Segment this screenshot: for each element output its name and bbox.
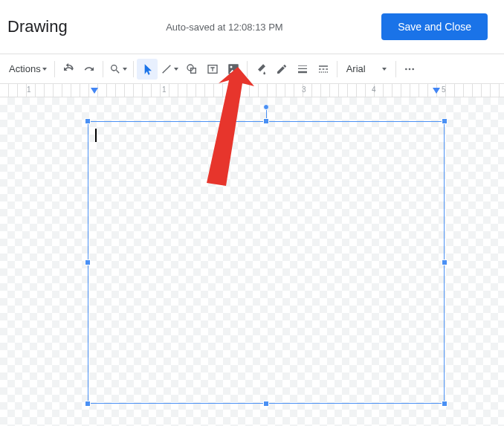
image-icon: [227, 62, 240, 76]
svg-point-7: [412, 68, 414, 70]
select-icon: [141, 63, 153, 75]
chevron-down-icon: [382, 68, 387, 71]
fill-color-button[interactable]: [251, 59, 271, 80]
rotate-handle[interactable]: [263, 104, 269, 110]
ruler-mark: 1: [162, 85, 167, 94]
separator: [337, 61, 337, 77]
font-label: Arial: [346, 63, 366, 74]
separator: [54, 61, 55, 77]
ruler-mark: 2: [232, 85, 236, 94]
border-color-button[interactable]: [271, 59, 292, 80]
svg-point-6: [408, 68, 410, 70]
resize-handle-bottom-right[interactable]: [442, 401, 448, 407]
left-indent-marker[interactable]: [91, 88, 98, 94]
image-tool-button[interactable]: [223, 59, 244, 80]
separator: [395, 61, 396, 77]
ruler-mark: 4: [372, 85, 376, 94]
dialog-title: Drawing: [7, 17, 68, 36]
actions-dropdown[interactable]: Actions: [4, 59, 51, 80]
text-box-shape[interactable]: [88, 121, 445, 404]
border-weight-icon: [297, 63, 308, 75]
text-caret: [95, 129, 97, 142]
more-icon: [404, 63, 416, 75]
autosave-status: Auto-saved at 12:08:13 PM: [68, 22, 381, 33]
ruler-mark: 1: [27, 85, 31, 94]
dialog-header: Drawing Auto-saved at 12:08:13 PM Save a…: [0, 0, 504, 54]
rotate-connector: [266, 109, 267, 119]
chevron-down-icon: [174, 68, 178, 71]
zoom-icon: [109, 63, 121, 75]
actions-label: Actions: [9, 63, 41, 74]
save-and-close-button[interactable]: Save and Close: [381, 13, 488, 40]
border-weight-button[interactable]: [292, 59, 313, 80]
textbox-icon: [207, 63, 219, 75]
textbox-tool-button[interactable]: [202, 59, 223, 80]
ruler-mark: 5: [442, 85, 446, 94]
svg-point-5: [405, 68, 407, 70]
ruler-ticks: [0, 84, 504, 97]
chevron-down-icon: [42, 68, 47, 71]
shape-tool-button[interactable]: [181, 59, 202, 80]
line-tool-dropdown[interactable]: [158, 59, 181, 80]
ruler-mark: 3: [302, 85, 306, 94]
border-dash-icon: [317, 63, 329, 75]
horizontal-ruler: 1 1 2 3 4 5: [0, 84, 504, 97]
line-icon: [161, 63, 172, 75]
resize-handle-top-left[interactable]: [85, 118, 91, 124]
fill-color-icon: [255, 63, 267, 75]
border-color-icon: [276, 63, 288, 75]
resize-handle-middle-left[interactable]: [85, 259, 91, 265]
shape-icon: [186, 63, 198, 75]
separator: [247, 61, 248, 77]
svg-point-4: [230, 65, 232, 68]
separator: [133, 61, 134, 77]
resize-handle-top-right[interactable]: [442, 118, 448, 124]
resize-handle-top-middle[interactable]: [263, 118, 269, 124]
more-options-button[interactable]: [399, 59, 420, 80]
redo-icon: [83, 63, 95, 75]
undo-button[interactable]: [58, 59, 79, 80]
resize-handle-bottom-left[interactable]: [85, 401, 91, 407]
select-tool-button[interactable]: [137, 59, 158, 80]
separator: [103, 61, 103, 77]
chevron-down-icon: [123, 68, 127, 71]
redo-button[interactable]: [79, 59, 100, 80]
resize-handle-middle-right[interactable]: [442, 259, 448, 265]
undo-icon: [62, 63, 74, 75]
drawing-canvas[interactable]: [0, 97, 504, 426]
right-indent-marker[interactable]: [433, 88, 440, 94]
resize-handle-bottom-middle[interactable]: [263, 401, 269, 407]
toolbar: Actions Arial: [0, 54, 504, 84]
zoom-dropdown[interactable]: [106, 59, 130, 80]
border-dash-button[interactable]: [313, 59, 334, 80]
font-family-dropdown[interactable]: Arial: [340, 59, 392, 80]
